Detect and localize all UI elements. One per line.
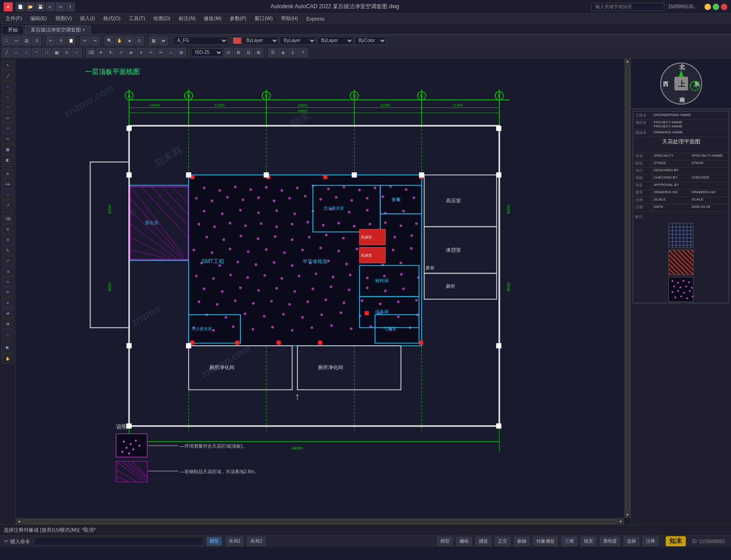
tb-zoom-win[interactable]: ⊡ [224,48,233,57]
tool-region[interactable]: ◧ [1,155,14,165]
tb-zoom-prev[interactable]: ⊟ [244,48,253,57]
tb-qselect[interactable]: ◈ [278,48,287,57]
tool-hatch[interactable]: ▩ [1,144,14,154]
status-annotation[interactable]: 注释 [643,537,658,546]
tb-circle[interactable]: ○ [22,48,31,57]
tool-arc[interactable]: ◠ [1,102,14,112]
tb-copy[interactable]: ⎘ [56,36,65,45]
plotstyle-select[interactable]: ByColor [355,37,387,45]
tool-mirror[interactable]: ⇌ [1,308,14,318]
tb-save[interactable]: ▤ [22,36,31,45]
status-layout2[interactable]: 布局2 [247,537,265,546]
tb-extend[interactable]: ⊢ [157,48,166,57]
status-model[interactable]: 模型 [207,537,222,546]
scale-select[interactable]: ISO-25 [191,48,223,57]
tool-offset[interactable]: ≡ [1,298,14,308]
tb-dim[interactable]: ↔ [72,48,81,57]
tb-zoom-ext[interactable]: ⊞ [234,48,243,57]
menu-help[interactable]: 帮助(H) [277,14,302,23]
tb-new[interactable]: □ [2,36,11,45]
color-indicator[interactable] [233,37,241,44]
status-select[interactable]: 选择 [624,537,639,546]
tb-erase[interactable]: ⌫ [86,48,95,57]
tool-scale2[interactable]: ⤢ [1,256,14,266]
tool-polyline[interactable]: ⌐ [1,81,14,91]
tool-fillet[interactable]: ⌐ [1,329,14,339]
linetype-select[interactable]: ByLayer [280,37,316,45]
tb-line[interactable]: ╱ [2,48,11,57]
menu-modify[interactable]: 修改(M) [200,14,225,23]
tb-fillet[interactable]: ⌐ [167,48,176,57]
scroll-left-btn[interactable]: ◄ [16,518,22,525]
tab-drawing[interactable]: 某百级洁净室空调套图 × [25,25,91,34]
scroll-thumb-v[interactable] [625,66,630,511]
menu-file[interactable]: 文件(F) [2,14,26,23]
menu-dimension[interactable]: 标注(N) [175,14,199,23]
scroll-right-btn[interactable]: ► [618,518,624,525]
drawing-area[interactable]: znzmo.com 知末网 znzmo.com 知末网 znzmo 知末 znz… [16,58,630,524]
menu-edit[interactable]: 编辑(E) [26,14,51,23]
tb-layer[interactable]: ▦ [149,36,158,45]
tool-text[interactable]: A [1,169,14,179]
minimize-btn[interactable] [705,4,711,10]
tool-rotate[interactable]: ↻ [1,245,14,255]
tb-offset[interactable]: ≡ [137,48,146,57]
menu-express[interactable]: Express [302,15,328,22]
tool-spline[interactable]: 〜 [1,134,14,144]
status-transparency[interactable]: 透明度 [600,537,620,546]
tool-erase[interactable]: ⌫ [1,214,14,224]
lineweight-select[interactable]: ByLayer [317,37,354,45]
tool-extend[interactable]: ⊢ [1,287,14,297]
tab-start[interactable]: 开始 [2,25,24,34]
status-lw[interactable]: 线宽 [581,537,596,546]
status-osnap[interactable]: 对象捕捉 [533,537,558,546]
command-input[interactable] [34,537,203,545]
tb-redo[interactable]: ↪ [90,36,100,45]
scrollbar-vertical[interactable]: ▲ ▼ [624,58,630,518]
tool-array[interactable]: ⊞ [1,319,14,329]
tool-rect[interactable]: ▭ [1,113,14,123]
menu-draw[interactable]: 绘图(D) [150,14,174,23]
scroll-down-btn[interactable]: ▼ [625,512,631,518]
tool-move[interactable]: ✛ [1,235,14,245]
tb-prop[interactable]: ☰ [268,48,277,57]
tb-zoom[interactable]: 🔍 [105,36,114,45]
tb-open[interactable]: ▭ [12,36,21,45]
tb-hatch[interactable]: ▩ [52,48,61,57]
tb-move[interactable]: ✛ [96,48,106,57]
tool-circle[interactable]: ○ [1,92,14,102]
status-ortho[interactable]: 正交 [495,537,510,546]
tb-rect[interactable]: □ [42,48,51,57]
search-box[interactable]: 输入关键字或短语 [591,3,664,11]
scroll-up-btn[interactable]: ▲ [625,58,631,65]
close-btn[interactable] [721,4,727,10]
tb-mirror[interactable]: ⇌ [127,48,136,57]
tb-pan[interactable]: ✋ [115,36,124,45]
save-btn[interactable]: 💾 [36,2,45,11]
status-grid[interactable]: 栅格 [456,537,472,546]
layer-select[interactable]: A_FG [173,37,228,45]
scroll-thumb-h[interactable] [23,519,617,524]
menu-view[interactable]: 视图(V) [52,14,76,23]
menu-params[interactable]: 参数(P) [226,14,250,23]
new-btn[interactable]: 📄 [16,2,25,11]
menu-window[interactable]: 窗口(W) [251,14,276,23]
tb-rotate[interactable]: ↻ [106,48,116,57]
tb-cut[interactable]: ✂ [46,36,55,45]
tb-array[interactable]: ⊞ [177,48,186,57]
status-snap[interactable]: 捕捉 [476,537,491,546]
tool-dim[interactable]: ↔ [1,190,14,200]
tb-scale[interactable]: ⤢ [117,48,126,57]
redo-btn[interactable]: ↪ [56,2,65,11]
tool-select[interactable]: ↖ [1,60,14,70]
tool-stretch[interactable]: ⇲ [1,266,14,276]
menu-format[interactable]: 格式(O) [100,14,124,23]
tb-undo[interactable]: ↩ [80,36,90,45]
tool-ellipse[interactable]: ⬭ [1,123,14,133]
tb-zoom-all[interactable]: ⊠ [254,48,263,57]
share-btn[interactable]: ⇧ [66,2,75,11]
tool-line[interactable]: ╱ [1,71,14,81]
tb-paste[interactable]: 📋 [66,36,75,45]
status-model-toggle[interactable]: 模型 [437,537,453,546]
tb-trim[interactable]: ✂ [147,48,156,57]
